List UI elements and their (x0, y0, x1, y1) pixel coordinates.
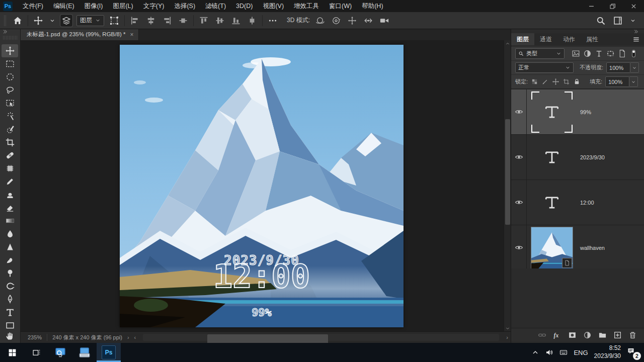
lock-position-icon[interactable] (552, 78, 559, 85)
vertical-scrollbar[interactable] (504, 40, 511, 332)
tool-sharpen[interactable] (0, 240, 20, 253)
chevron-down-icon[interactable] (48, 17, 56, 25)
tool-pen[interactable] (0, 293, 20, 306)
menu-type[interactable]: 文字(Y) (138, 0, 170, 12)
taskbar-photoshop[interactable]: Ps (97, 343, 121, 362)
layer-row-99[interactable]: 99% (511, 89, 644, 135)
menu-plugins[interactable]: 增效工具 (289, 0, 324, 12)
align-top-icon[interactable] (198, 15, 210, 27)
auto-select-layers-icon[interactable] (60, 15, 72, 27)
tool-burn[interactable] (0, 280, 20, 293)
lock-all-icon[interactable] (573, 78, 581, 85)
zoom-level[interactable]: 235% (28, 334, 42, 340)
add-layer-mask-icon[interactable] (568, 331, 577, 339)
menu-layer[interactable]: 图层(L) (108, 0, 138, 12)
layer-row-time[interactable]: 12:00 (511, 180, 644, 225)
hidden-icons-chevron-icon[interactable] (531, 348, 539, 356)
tool-pattern-stamp[interactable] (0, 162, 20, 175)
delete-layer-icon[interactable] (628, 331, 637, 339)
tool-elliptical-marquee[interactable] (0, 70, 20, 83)
filter-type-dropdown[interactable]: 类型 (515, 48, 565, 59)
menu-file[interactable]: 文件(F) (18, 0, 48, 12)
move-tool-preset-icon[interactable] (32, 15, 44, 27)
menu-select[interactable]: 选择(S) (169, 0, 200, 12)
tool-clone-stamp[interactable] (0, 188, 20, 201)
3d-orbit-icon[interactable] (314, 15, 326, 27)
layer-name[interactable]: 99% (580, 109, 591, 115)
align-bottom-icon[interactable] (230, 15, 242, 27)
filter-shape-layers-icon[interactable] (606, 49, 615, 58)
horizontal-scrollbar[interactable] (143, 334, 499, 341)
visibility-toggle[interactable] (511, 225, 527, 268)
opacity-dropdown-button[interactable] (630, 62, 639, 73)
layer-name[interactable]: 12:00 (580, 200, 594, 206)
opacity-input[interactable]: 100% (606, 62, 630, 73)
tool-blur[interactable] (0, 227, 20, 240)
tab-channels[interactable]: 通道 (534, 33, 557, 45)
options-bar-grip[interactable] (4, 15, 7, 26)
taskbar-app-input[interactable] (72, 343, 97, 362)
layer-name[interactable]: 2023/9/30 (580, 154, 605, 160)
new-group-icon[interactable] (598, 331, 607, 339)
layer-row-wallhaven[interactable]: wallhaven (511, 225, 644, 268)
tab-actions[interactable]: 动作 (557, 33, 581, 45)
menu-filter[interactable]: 滤镜(T) (200, 0, 231, 12)
show-transform-controls-icon[interactable] (108, 15, 120, 27)
align-vertical-center-icon[interactable] (214, 15, 226, 27)
chevron-down-icon[interactable] (629, 17, 637, 25)
menu-window[interactable]: 窗口(W) (324, 0, 357, 12)
minimize-button[interactable] (581, 0, 602, 12)
toolbar-grip[interactable] (3, 36, 17, 40)
document-tab[interactable]: 未标题-1.psd @ 235% (99%, RGB/8) * × (21, 29, 139, 40)
tool-quick-selection[interactable] (0, 123, 20, 136)
tool-move[interactable] (2, 44, 18, 57)
blend-mode-dropdown[interactable]: 正常 (515, 62, 574, 73)
filter-smart-objects-icon[interactable] (618, 49, 626, 58)
align-left-icon[interactable] (129, 15, 141, 27)
text-layer-thumbnail[interactable] (531, 182, 573, 223)
filter-pixel-layers-icon[interactable] (572, 49, 580, 58)
taskbar-app-search[interactable] (48, 343, 72, 362)
collapse-toolbar-icon[interactable] (2, 29, 8, 35)
adjustment-layer-icon[interactable] (583, 331, 592, 339)
visibility-toggle[interactable] (511, 180, 527, 225)
auto-select-target-dropdown[interactable]: 图层 (76, 15, 104, 26)
action-center-button[interactable]: 2 (627, 347, 638, 358)
lock-artboard-icon[interactable] (562, 78, 570, 85)
3d-drag-icon[interactable] (346, 15, 358, 27)
tool-dodge[interactable] (0, 266, 20, 280)
tool-rectangular-marquee[interactable] (0, 57, 20, 70)
layer-row-date[interactable]: 2023/9/30 (511, 135, 644, 180)
workspace-switcher-icon[interactable] (612, 15, 624, 27)
tool-eraser[interactable] (0, 201, 20, 214)
filter-type-layers-icon[interactable] (595, 49, 603, 58)
text-layer-thumbnail[interactable] (531, 92, 573, 133)
new-layer-icon[interactable] (613, 331, 622, 339)
fill-dropdown-button[interactable] (629, 76, 638, 87)
taskbar-clock[interactable]: 8:52 2023/9/30 (594, 344, 621, 360)
document-info[interactable]: 240 像素 x 240 像素 (96 ppi) (52, 334, 122, 341)
tool-lasso[interactable] (0, 83, 20, 97)
document-canvas[interactable]: 2023/9/30 12:00 99% (120, 45, 404, 327)
tool-object-selection[interactable] (0, 97, 20, 110)
volume-icon[interactable] (545, 348, 553, 356)
scroll-up-icon[interactable] (505, 41, 511, 47)
task-view-button[interactable] (24, 343, 48, 362)
lock-pixels-icon[interactable] (541, 78, 549, 85)
tab-layers[interactable]: 图层 (511, 33, 534, 45)
layer-effects-icon[interactable]: fx (553, 331, 561, 339)
text-layer-thumbnail[interactable] (531, 137, 573, 178)
close-button[interactable] (623, 0, 644, 12)
tool-pencil[interactable] (0, 175, 20, 188)
panel-menu-icon[interactable] (632, 36, 640, 43)
scroll-down-icon[interactable] (505, 325, 511, 331)
language-indicator[interactable]: ENG (574, 349, 588, 356)
align-horizontal-center-icon[interactable] (145, 15, 157, 27)
menu-view[interactable]: 视图(V) (258, 0, 289, 12)
tool-magic-wand[interactable] (0, 110, 20, 123)
tab-properties[interactable]: 属性 (581, 33, 604, 45)
vertical-scrollbar-thumb[interactable] (505, 119, 510, 225)
image-layer-thumbnail[interactable] (531, 227, 573, 269)
3d-slide-icon[interactable] (362, 15, 374, 27)
close-tab-icon[interactable]: × (130, 31, 133, 38)
